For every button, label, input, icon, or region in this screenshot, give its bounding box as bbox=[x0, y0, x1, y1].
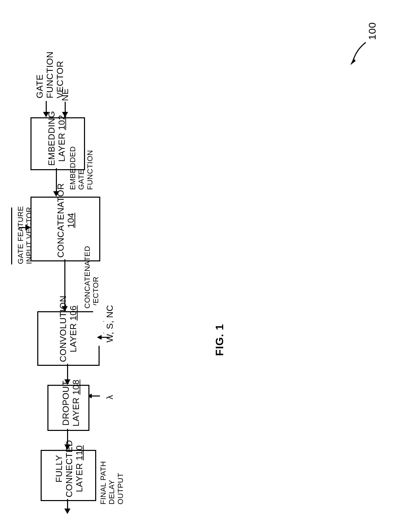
arrow-head bbox=[25, 224, 31, 231]
label-lambda: λ bbox=[105, 395, 115, 400]
arrow bbox=[19, 227, 26, 228]
block-dropout-text: DROPOUT LAYER 108 bbox=[61, 380, 81, 426]
arrow-into-conv bbox=[97, 334, 110, 341]
label-concatenated-vector: CONCATENATED VECTOR bbox=[83, 246, 100, 309]
cover bbox=[85, 315, 92, 338]
label-gate-feature-input-vector: GATE FEATURE INPUT VECTOR bbox=[16, 206, 34, 264]
arrow bbox=[67, 364, 68, 380]
arrow-output bbox=[67, 499, 68, 509]
underline-mark bbox=[11, 207, 12, 264]
block-convolution-text: CONVOLUTION LAYER 106 bbox=[58, 296, 79, 362]
diagram-canvas: 100 GATE FUNCTION VECTOR NE EMBEDDING LA… bbox=[0, 0, 420, 516]
label-ne: NE bbox=[60, 88, 70, 101]
label-final-output: FINAL PATH DELAY OUTPUT bbox=[99, 461, 125, 504]
block-embedding-text: EMBEDDING LAYER 102 bbox=[47, 111, 67, 166]
block-concatenator-text: CONCATENATOR 104 bbox=[56, 183, 76, 258]
block-fc-text: FULLY CONNECTED LAYER 110 bbox=[54, 440, 85, 497]
arrow-head bbox=[64, 509, 70, 514]
svg-marker-0 bbox=[350, 58, 356, 65]
figure-label: FIG. 1 bbox=[213, 324, 226, 356]
ref-swoosh bbox=[349, 41, 369, 68]
svg-marker-2 bbox=[97, 335, 102, 340]
ref-number: 100 bbox=[366, 22, 378, 40]
